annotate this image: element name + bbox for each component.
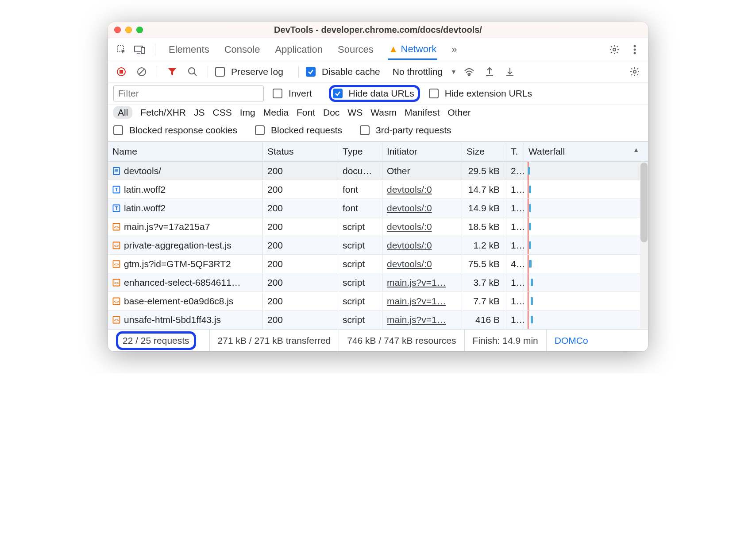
svg-text:T: T <box>115 187 118 192</box>
request-status: 200 <box>263 162 338 180</box>
hide-extension-urls-checkbox[interactable]: Hide extension URLs <box>429 88 532 99</box>
table-row[interactable]: <>gtm.js?id=GTM-5QF3RT2200scriptdevtools… <box>108 255 648 273</box>
table-scrollbar[interactable] <box>640 162 648 329</box>
initiator-link[interactable]: devtools/:0 <box>387 240 432 250</box>
svg-point-3 <box>613 48 616 51</box>
col-size[interactable]: Size <box>462 143 506 160</box>
table-row[interactable]: <>unsafe-html-5bd1ff43.js200scriptmain.j… <box>108 311 648 329</box>
tab-network[interactable]: ▲Network <box>388 39 437 60</box>
initiator-link[interactable]: devtools/:0 <box>387 221 432 232</box>
tab-application[interactable]: Application <box>274 39 324 60</box>
throttling-dropdown[interactable]: No throttling ▼ <box>393 66 457 77</box>
col-name[interactable]: Name <box>108 143 263 160</box>
table-row[interactable]: Tlatin.woff2200fontdevtools/:014.7 kB1.. <box>108 180 648 199</box>
tab-elements[interactable]: Elements <box>168 39 210 60</box>
initiator-link[interactable]: main.js?v=1… <box>387 277 446 287</box>
request-name: latin.woff2 <box>124 203 166 214</box>
request-type: script <box>338 255 382 273</box>
request-initiator: devtools/:0 <box>382 237 462 254</box>
svg-line-10 <box>139 69 144 74</box>
waterfall-cell <box>524 292 648 310</box>
filter-input[interactable] <box>113 85 264 101</box>
type-ws[interactable]: WS <box>347 107 363 118</box>
table-row[interactable]: <>main.js?v=17a215a7200scriptdevtools/:0… <box>108 218 648 236</box>
third-party-requests-checkbox[interactable]: 3rd-party requests <box>360 125 451 136</box>
svg-line-12 <box>194 73 197 76</box>
waterfall-cell <box>524 255 648 273</box>
type-all[interactable]: All <box>113 106 132 119</box>
request-name: unsafe-html-5bd1ff43.js <box>124 315 221 325</box>
initiator-link[interactable]: main.js?v=1… <box>387 315 446 325</box>
record-button[interactable] <box>113 64 129 80</box>
table-row[interactable]: <>enhanced-select-6854611…200scriptmain.… <box>108 273 648 292</box>
scrollbar-thumb[interactable] <box>640 163 648 242</box>
table-row[interactable]: <>base-element-e0a9d6c8.js200scriptmain.… <box>108 292 648 311</box>
type-wasm[interactable]: Wasm <box>370 107 397 118</box>
col-time[interactable]: T. <box>506 143 524 160</box>
type-doc[interactable]: Doc <box>323 107 339 118</box>
device-toolbar-icon[interactable] <box>132 42 148 58</box>
network-settings-icon[interactable] <box>627 64 643 80</box>
close-window-button[interactable] <box>114 27 121 33</box>
initiator-link[interactable]: main.js?v=1… <box>387 296 446 306</box>
more-options-icon[interactable] <box>627 42 643 58</box>
filter-toggle-icon[interactable] <box>164 64 180 80</box>
waterfall-bar <box>531 316 533 323</box>
hide-data-urls-checkbox[interactable]: Hide data URLs <box>333 88 414 99</box>
blocked-response-cookies-label: Blocked response cookies <box>129 125 237 136</box>
type-font[interactable]: Font <box>297 107 315 118</box>
request-status: 200 <box>263 311 338 329</box>
type-media[interactable]: Media <box>263 107 289 118</box>
initiator-link[interactable]: devtools/:0 <box>387 259 432 269</box>
waterfall-marker <box>528 236 528 254</box>
import-har-icon[interactable] <box>502 64 518 80</box>
svg-point-14 <box>633 70 636 73</box>
request-type: docu… <box>338 162 382 180</box>
waterfall-marker <box>528 273 528 291</box>
table-row[interactable]: <>private-aggregation-test.js200scriptde… <box>108 236 648 255</box>
invert-checkbox[interactable]: Invert <box>273 88 312 99</box>
blocked-requests-checkbox[interactable]: Blocked requests <box>255 125 342 136</box>
minimize-window-button[interactable] <box>125 27 132 33</box>
export-har-icon[interactable] <box>482 64 498 80</box>
tabs-overflow-button[interactable]: » <box>451 39 458 60</box>
col-status[interactable]: Status <box>263 143 338 160</box>
col-initiator[interactable]: Initiator <box>382 143 462 160</box>
waterfall-marker <box>528 292 528 310</box>
type-fetch-xhr[interactable]: Fetch/XHR <box>140 107 186 118</box>
network-conditions-icon[interactable] <box>461 64 477 80</box>
type-other[interactable]: Other <box>447 107 471 118</box>
svg-point-11 <box>189 68 195 74</box>
col-type[interactable]: Type <box>338 143 382 160</box>
inspect-element-icon[interactable] <box>113 42 129 58</box>
disable-cache-checkbox[interactable]: Disable cache <box>306 66 380 77</box>
maximize-window-button[interactable] <box>136 27 143 33</box>
search-icon[interactable] <box>185 64 201 80</box>
table-row[interactable]: devtools/200docu…Other29.5 kB2.. <box>108 162 648 180</box>
network-toolbar: Preserve log Disable cache No throttling… <box>108 61 648 82</box>
tab-sources[interactable]: Sources <box>337 39 374 60</box>
type-js[interactable]: JS <box>194 107 205 118</box>
waterfall-bar <box>529 186 531 193</box>
waterfall-cell <box>524 218 648 236</box>
request-time: 1.. <box>506 292 524 310</box>
table-row[interactable]: Tlatin.woff2200fontdevtools/:014.9 kB1.. <box>108 199 648 218</box>
tab-console[interactable]: Console <box>224 39 261 60</box>
throttling-label: No throttling <box>393 66 443 77</box>
transferred-size: 271 kB / 271 kB transferred <box>218 335 331 346</box>
type-img[interactable]: Img <box>240 107 255 118</box>
preserve-log-checkbox[interactable]: Preserve log <box>215 66 283 77</box>
settings-icon[interactable] <box>606 42 622 58</box>
initiator-link[interactable]: devtools/:0 <box>387 184 432 194</box>
request-status: 200 <box>263 255 338 273</box>
request-size: 3.7 kB <box>462 274 506 291</box>
request-initiator: devtools/:0 <box>382 199 462 217</box>
type-manifest[interactable]: Manifest <box>405 107 440 118</box>
svg-text:<>: <> <box>114 281 119 285</box>
initiator-link[interactable]: devtools/:0 <box>387 203 432 213</box>
clear-button[interactable] <box>134 64 150 80</box>
blocked-response-cookies-checkbox[interactable]: Blocked response cookies <box>113 125 237 136</box>
type-css[interactable]: CSS <box>213 107 232 118</box>
col-waterfall[interactable]: Waterfall▲ <box>524 143 648 160</box>
svg-rect-2 <box>141 47 145 54</box>
